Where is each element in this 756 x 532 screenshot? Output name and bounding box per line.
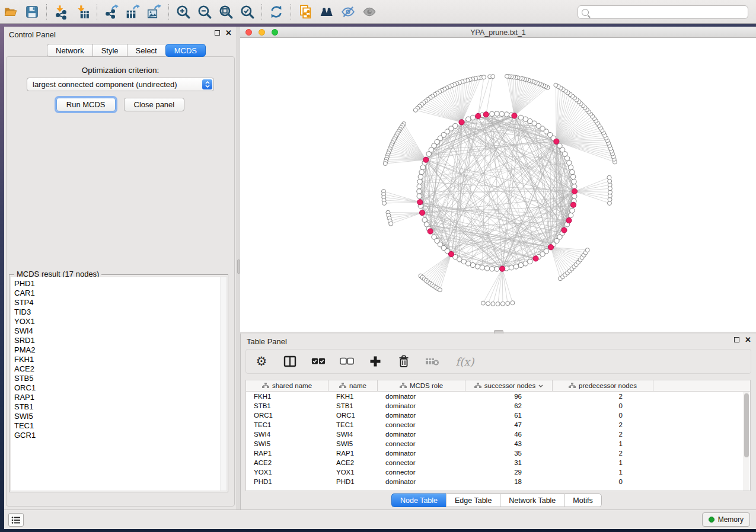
cell-shared-name[interactable]: SWI5 (246, 440, 328, 447)
tab-edge-table[interactable]: Edge Table (446, 493, 500, 507)
table-row[interactable]: TEC1TEC1connector472 (246, 420, 750, 430)
cell-shared-name[interactable]: SWI4 (246, 431, 328, 438)
refresh-icon[interactable] (266, 2, 287, 22)
table-row[interactable]: ORC1ORC1dominator610 (246, 411, 750, 420)
cell-predecessor-nodes[interactable]: 1 (553, 459, 653, 466)
cell-MCDS-role[interactable]: connector (378, 440, 465, 447)
cell-name[interactable]: SWI4 (328, 431, 378, 438)
table-row[interactable]: SWI4SWI4dominator462 (246, 430, 750, 439)
cell-shared-name[interactable]: TEC1 (246, 421, 328, 428)
mcds-result-item[interactable]: PMA2 (14, 345, 227, 355)
cell-predecessor-nodes[interactable]: 2 (553, 450, 653, 457)
cell-successor-nodes[interactable]: 31 (465, 459, 553, 466)
zoom-fit-icon[interactable] (215, 2, 237, 22)
search-field[interactable] (592, 8, 748, 17)
column-header-shared-name[interactable]: shared name (246, 380, 328, 391)
tab-motifs[interactable]: Motifs (564, 493, 601, 507)
cell-successor-nodes[interactable]: 43 (465, 440, 553, 447)
cell-MCDS-role[interactable]: dominator (378, 431, 465, 438)
cell-predecessor-nodes[interactable]: 1 (553, 440, 653, 447)
cell-MCDS-role[interactable]: dominator (378, 402, 465, 409)
cell-predecessor-nodes[interactable]: 1 (553, 469, 653, 476)
tab-select[interactable]: Select (127, 44, 165, 57)
cell-name[interactable]: STB1 (328, 402, 378, 409)
node-table[interactable]: shared namenameMCDS rolesuccessor nodesp… (245, 380, 751, 491)
import-network-icon[interactable] (50, 2, 72, 22)
cell-MCDS-role[interactable]: connector (378, 421, 465, 428)
cell-name[interactable]: ACE2 (328, 459, 378, 466)
export-image-icon[interactable] (143, 2, 165, 22)
add-column-icon[interactable] (368, 354, 382, 368)
cell-predecessor-nodes[interactable]: 0 (553, 478, 653, 485)
new-network-from-selection-icon[interactable] (295, 2, 316, 22)
cell-MCDS-role[interactable]: dominator (378, 450, 465, 457)
mcds-result-item[interactable]: SWI4 (14, 326, 227, 336)
cell-successor-nodes[interactable]: 29 (465, 469, 553, 476)
cell-shared-name[interactable]: FKH1 (246, 393, 328, 400)
cell-MCDS-role[interactable]: dominator (378, 478, 465, 485)
cell-shared-name[interactable]: YOX1 (246, 469, 328, 476)
save-session-icon[interactable] (21, 2, 43, 22)
scrollbar-thumb[interactable] (744, 393, 749, 457)
open-file-icon[interactable] (0, 2, 21, 22)
delete-column-icon[interactable] (397, 354, 411, 368)
optimization-criterion-select[interactable]: largest connected component (undirected) (27, 78, 214, 91)
cell-shared-name[interactable]: STB1 (246, 402, 328, 409)
cell-shared-name[interactable]: ORC1 (246, 412, 328, 419)
mcds-result-list[interactable]: PHD1CAR1STP4TID3YOX1SWI4SRD1PMA2FKH1ACE2… (11, 277, 227, 491)
cell-MCDS-role[interactable]: dominator (378, 393, 465, 400)
mcds-result-item[interactable]: GCR1 (14, 431, 227, 440)
show-columns-icon[interactable] (283, 354, 297, 368)
float-panel-icon[interactable] (734, 337, 739, 342)
cell-MCDS-role[interactable]: connector (378, 459, 465, 466)
network-titlebar[interactable]: YPA_prune.txt_1 (240, 27, 756, 38)
search-input[interactable] (578, 5, 748, 19)
cell-name[interactable]: TEC1 (328, 421, 378, 428)
mcds-result-item[interactable]: STP4 (14, 298, 227, 307)
tab-node-table[interactable]: Node Table (391, 493, 446, 507)
tab-network[interactable]: Network (47, 44, 92, 57)
cell-successor-nodes[interactable]: 62 (465, 402, 553, 409)
cell-shared-name[interactable]: ACE2 (246, 459, 328, 466)
cell-name[interactable]: FKH1 (328, 393, 378, 400)
cell-name[interactable]: YOX1 (328, 469, 378, 476)
column-header-successor-nodes[interactable]: successor nodes (465, 380, 553, 391)
mcds-result-item[interactable]: SRD1 (14, 336, 227, 345)
column-header-MCDS-role[interactable]: MCDS role (378, 380, 465, 391)
mcds-list-scrollbar[interactable] (220, 277, 227, 491)
first-neighbors-icon[interactable] (316, 2, 337, 22)
cell-predecessor-nodes[interactable]: 2 (553, 431, 653, 438)
cell-predecessor-nodes[interactable]: 0 (553, 412, 653, 419)
mcds-result-item[interactable]: YOX1 (14, 317, 227, 326)
cell-name[interactable]: SWI5 (328, 440, 378, 447)
import-table-icon[interactable] (72, 2, 93, 22)
select-all-icon[interactable] (311, 354, 326, 368)
table-scrollbar[interactable] (743, 392, 749, 491)
table-row[interactable]: RAP1RAP1dominator352 (246, 448, 750, 458)
network-view-canvas[interactable] (240, 38, 756, 332)
mcds-result-item[interactable]: FKH1 (14, 355, 227, 364)
cell-shared-name[interactable]: RAP1 (246, 450, 328, 457)
tab-network-table[interactable]: Network Table (500, 493, 564, 507)
table-row[interactable]: FKH1FKH1dominator962 (246, 392, 750, 401)
table-row[interactable]: YOX1YOX1connector291 (246, 467, 750, 477)
mcds-result-item[interactable]: ORC1 (14, 383, 227, 393)
cell-name[interactable]: PHD1 (328, 478, 378, 485)
table-row[interactable]: ACE2ACE2connector311 (246, 458, 750, 467)
cell-successor-nodes[interactable]: 46 (465, 431, 553, 438)
mcds-result-item[interactable]: RAP1 (14, 393, 227, 402)
cell-predecessor-nodes[interactable]: 0 (553, 402, 653, 409)
column-header-predecessor-nodes[interactable]: predecessor nodes (553, 380, 653, 391)
deselect-all-icon[interactable] (340, 354, 354, 368)
table-settings-icon[interactable]: ⚙ (254, 354, 269, 368)
cell-successor-nodes[interactable]: 18 (465, 478, 553, 485)
cell-successor-nodes[interactable]: 96 (465, 393, 553, 400)
close-panel-button[interactable]: Close panel (124, 98, 185, 111)
zoom-out-icon[interactable] (194, 2, 215, 22)
cell-MCDS-role[interactable]: dominator (378, 412, 465, 419)
cell-predecessor-nodes[interactable]: 2 (553, 393, 653, 400)
tab-mcds[interactable]: MCDS (165, 44, 206, 57)
cell-name[interactable]: ORC1 (328, 412, 378, 419)
zoom-selected-icon[interactable] (237, 2, 258, 22)
mcds-result-item[interactable]: PHD1 (14, 279, 227, 289)
